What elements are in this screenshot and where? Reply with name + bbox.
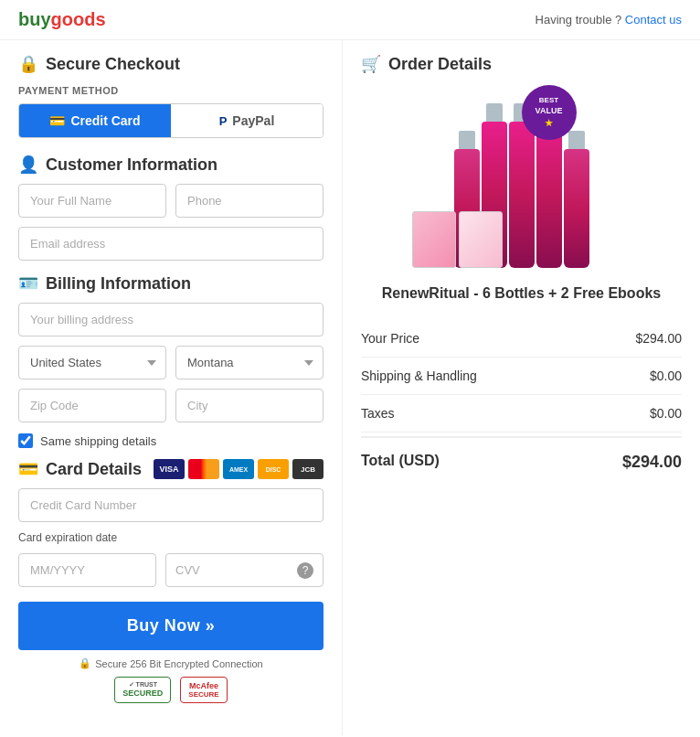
payment-method-label: PAYMENT METHOD bbox=[18, 85, 323, 96]
country-select[interactable]: United States Canada United Kingdom Aust… bbox=[18, 346, 166, 379]
product-image-container: BEST VALUE ★ bbox=[361, 85, 682, 271]
taxes-row: Taxes $0.00 bbox=[361, 395, 682, 433]
shipping-row: Shipping & Handling $0.00 bbox=[361, 358, 682, 395]
card-number-row bbox=[18, 488, 323, 522]
same-shipping-label[interactable]: Same shipping details bbox=[40, 434, 156, 448]
ebook-card-1 bbox=[412, 211, 456, 268]
customer-info-title: 👤 Customer Information bbox=[18, 155, 323, 175]
paypal-icon: P bbox=[219, 114, 228, 128]
visa-icon: VISA bbox=[154, 459, 185, 479]
country-field: United States Canada United Kingdom Aust… bbox=[18, 346, 166, 379]
cvv-input[interactable] bbox=[175, 554, 297, 586]
main-container: 🔒 Secure Checkout PAYMENT METHOD 💳 Credi… bbox=[0, 40, 700, 735]
product-title: RenewRitual - 6 Bottles + 2 Free Ebooks bbox=[361, 285, 682, 302]
amex-icon: AMEX bbox=[223, 459, 254, 479]
cvv-field: ? bbox=[165, 553, 323, 587]
logo-buy: buy bbox=[18, 9, 51, 29]
buy-button[interactable]: Buy Now » bbox=[18, 602, 323, 650]
person-icon: 👤 bbox=[18, 155, 38, 175]
expiry-label: Card expiration date bbox=[18, 531, 323, 544]
secured-badge: ✓ TRUST SECURED bbox=[114, 677, 171, 703]
city-field bbox=[175, 389, 323, 422]
jcb-icon: JCB bbox=[292, 459, 323, 479]
id-card-icon: 🪪 bbox=[18, 273, 38, 294]
name-phone-row bbox=[18, 184, 323, 218]
cvv-help-icon[interactable]: ? bbox=[297, 562, 313, 579]
payment-tabs: 💳 Credit Card P PayPal bbox=[18, 103, 323, 138]
paypal-tab[interactable]: P PayPal bbox=[171, 104, 323, 137]
credit-card-icon: 💳 bbox=[49, 113, 65, 128]
billing-address-input[interactable] bbox=[18, 303, 323, 336]
billing-address-row bbox=[18, 303, 323, 336]
email-row bbox=[18, 227, 323, 261]
lock-icon: 🔒 bbox=[18, 54, 38, 74]
email-input[interactable] bbox=[18, 227, 323, 261]
help-text: Having trouble ? Contact us bbox=[536, 13, 682, 27]
checkout-title: 🔒 Secure Checkout bbox=[18, 54, 323, 74]
mastercard-icon bbox=[188, 459, 219, 479]
billing-address-field bbox=[18, 303, 323, 336]
city-input[interactable] bbox=[175, 389, 323, 422]
star-icon: ★ bbox=[545, 117, 553, 129]
trust-badges: ✓ TRUST SECURED McAfee SECURE bbox=[18, 677, 323, 703]
country-state-row: United States Canada United Kingdom Aust… bbox=[18, 346, 323, 379]
phone-input[interactable] bbox=[175, 184, 323, 218]
secure-text: 🔒 Secure 256 Bit Encrypted Connection bbox=[18, 657, 323, 669]
logo: buygoods bbox=[18, 9, 106, 30]
your-price-row: Your Price $294.00 bbox=[361, 320, 682, 358]
card-number-input[interactable] bbox=[18, 488, 323, 522]
card-icon: 💳 bbox=[18, 459, 38, 479]
logo-goods: goods bbox=[51, 9, 106, 29]
same-shipping-row: Same shipping details bbox=[18, 433, 323, 448]
credit-card-tab[interactable]: 💳 Credit Card bbox=[19, 104, 171, 137]
card-icons: VISA AMEX DISC JCB bbox=[154, 459, 323, 479]
expiry-field bbox=[18, 553, 156, 587]
expiry-cvv-row: ? bbox=[18, 553, 323, 587]
mcafee-badge: McAfee SECURE bbox=[180, 677, 227, 703]
state-field: Montana Alabama Alaska California New Yo… bbox=[175, 346, 323, 379]
same-shipping-checkbox[interactable] bbox=[18, 433, 33, 448]
zip-field bbox=[18, 389, 166, 422]
card-number-field bbox=[18, 488, 323, 522]
ebook-cards bbox=[412, 211, 503, 268]
zip-input[interactable] bbox=[18, 389, 166, 422]
email-field bbox=[18, 227, 323, 261]
contact-link[interactable]: Contact us bbox=[625, 13, 682, 27]
cart-icon: 🛒 bbox=[361, 54, 381, 74]
lock-small-icon: 🔒 bbox=[79, 657, 91, 669]
full-name-field bbox=[18, 184, 166, 218]
best-value-badge: BEST VALUE ★ bbox=[522, 85, 577, 140]
state-select[interactable]: Montana Alabama Alaska California New Yo… bbox=[175, 346, 323, 379]
card-details-title: 💳 Card Details bbox=[18, 459, 142, 479]
full-name-input[interactable] bbox=[18, 184, 166, 218]
header: buygoods Having trouble ? Contact us bbox=[0, 0, 700, 40]
expiry-input[interactable] bbox=[18, 553, 156, 587]
total-row: Total (USD) $294.00 bbox=[361, 436, 682, 475]
discover-icon: DISC bbox=[258, 459, 289, 479]
card-details-header: 💳 Card Details VISA AMEX DISC JCB bbox=[18, 459, 323, 479]
billing-info-title: 🪪 Billing Information bbox=[18, 273, 323, 294]
phone-field bbox=[175, 184, 323, 218]
order-details-title: 🛒 Order Details bbox=[361, 54, 682, 74]
right-panel: 🛒 Order Details bbox=[343, 40, 700, 735]
ebook-card-2 bbox=[459, 211, 503, 268]
left-panel: 🔒 Secure Checkout PAYMENT METHOD 💳 Credi… bbox=[0, 40, 343, 735]
zip-city-row bbox=[18, 389, 323, 422]
